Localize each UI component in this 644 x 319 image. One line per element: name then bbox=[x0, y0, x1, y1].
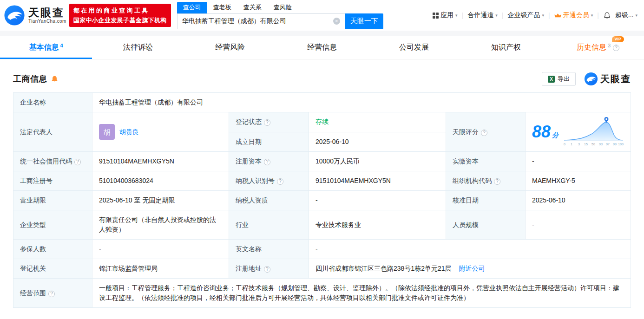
table-row: 登记机关 锦江市场监督管理局 注册地址? 四川省成都市锦江区三色路238号1栋2… bbox=[13, 259, 631, 279]
nav-partner[interactable]: 合作通道 ▾ bbox=[467, 11, 498, 20]
notification-bell[interactable] bbox=[603, 12, 611, 20]
tab-business-info-label: 经营信息 bbox=[307, 43, 337, 52]
brand-watermark: 天眼查 bbox=[584, 72, 631, 86]
nav-separator: | bbox=[597, 12, 599, 19]
section-head: 工商信息 X 导出 天眼查 bbox=[13, 72, 631, 86]
promo-badge-line2: 国家中小企业发展子基金旗下机构 bbox=[73, 15, 167, 25]
tab-operational-risk[interactable]: 经营风险 bbox=[184, 36, 276, 59]
label-org-code: 组织机构代码? bbox=[446, 171, 526, 191]
export-button-label: 导出 bbox=[558, 75, 570, 83]
help-icon[interactable]: ? bbox=[494, 178, 500, 185]
label-taxpayer-id: 纳税人识别号? bbox=[229, 171, 309, 191]
value-company-type: 有限责任公司（非自然人投资或控股的法人独资） bbox=[92, 210, 229, 240]
help-icon[interactable]: ? bbox=[613, 45, 619, 51]
help-icon[interactable]: ? bbox=[264, 159, 270, 165]
table-row: 经营范围? 一般项目：工程管理服务；工程造价咨询业务；工程技术服务（规划管理、勘… bbox=[13, 279, 631, 308]
value-uscc: 91510104MAEMHXGY5N bbox=[92, 152, 229, 171]
nearby-companies-link[interactable]: 附近公司 bbox=[459, 265, 485, 272]
bell-icon bbox=[603, 12, 611, 20]
search-tabs: 查公司 查老板 查关系 查风险 bbox=[177, 2, 383, 13]
status-badge: 存续 bbox=[315, 118, 329, 125]
help-icon[interactable]: ? bbox=[264, 119, 270, 126]
logo-text: 天眼查 TianYanCha.com bbox=[28, 7, 66, 24]
search-row: × 天眼一下 bbox=[177, 13, 383, 29]
value-reg-no: 510104003683024 bbox=[92, 171, 229, 191]
tab-basic-info-count: 4 bbox=[60, 43, 63, 48]
nav-enterprise[interactable]: 企业级产品 ▾ bbox=[507, 11, 544, 20]
label-score: 天眼评分? bbox=[446, 112, 526, 152]
label-company-name: 企业名称 bbox=[13, 93, 92, 112]
help-icon[interactable]: ? bbox=[481, 130, 487, 136]
label-reg-authority: 登记机关 bbox=[13, 259, 92, 279]
section-head-right: X 导出 天眼查 bbox=[542, 72, 631, 86]
tianyancha-logo[interactable]: 天眼查 TianYanCha.com bbox=[4, 5, 66, 26]
logo-en: TianYanCha.com bbox=[28, 19, 66, 24]
nav-super-account[interactable]: 超级... ▾ bbox=[615, 11, 637, 20]
svg-text:99: 99 bbox=[613, 143, 617, 146]
search-tab-boss[interactable]: 查老板 bbox=[207, 2, 237, 13]
tab-intellectual-property[interactable]: 知识产权 bbox=[460, 36, 552, 59]
chevron-down-icon: ▾ bbox=[495, 13, 498, 18]
search-tab-company[interactable]: 查公司 bbox=[177, 2, 207, 13]
svg-text:1: 1 bbox=[571, 143, 572, 146]
label-uscc: 统一社会信用代码? bbox=[13, 152, 92, 171]
value-industry: 专业技术服务业 bbox=[309, 210, 446, 240]
business-info-table: 企业名称 华电抽蓄工程管理（成都）有限公司 法定代表人 胡 胡贵良 登记状态? … bbox=[13, 92, 631, 308]
tab-basic-info-label: 基本信息 bbox=[29, 43, 59, 52]
label-company-type: 企业类型 bbox=[13, 210, 92, 240]
nav-apps[interactable]: 应用 ▾ bbox=[433, 11, 458, 20]
subscribe-bell-icon[interactable] bbox=[51, 75, 59, 83]
brand-watermark-label: 天眼查 bbox=[600, 73, 631, 85]
tianyancha-logo-icon bbox=[4, 5, 25, 26]
label-business-term: 营业期限 bbox=[13, 191, 92, 210]
score-curve-chart: 0 1 3 15 50 93 97 99 100 bbox=[563, 117, 624, 147]
search-tab-relation[interactable]: 查关系 bbox=[237, 2, 268, 13]
help-icon[interactable]: ? bbox=[264, 266, 270, 273]
value-taxpayer-id: 91510104MAEMHXGY5N bbox=[309, 171, 446, 191]
label-business-scope: 经营范围? bbox=[13, 279, 92, 308]
tab-basic-info[interactable]: 基本信息 4 bbox=[0, 36, 92, 59]
export-button[interactable]: X 导出 bbox=[542, 72, 576, 86]
label-staff-size: 人员规模 bbox=[446, 210, 526, 240]
table-row: 统一社会信用代码? 91510104MAEMHXGY5N 注册资本? 10000… bbox=[13, 152, 631, 171]
nav-separator: | bbox=[462, 12, 464, 19]
nav-open-vip[interactable]: 开通会员 ▾ bbox=[554, 11, 593, 20]
help-icon[interactable]: ? bbox=[74, 159, 81, 165]
value-business-scope: 一般项目：工程管理服务；工程造价咨询业务；工程技术服务（规划管理、勘察、设计、监… bbox=[92, 279, 631, 308]
value-staff-size: - bbox=[526, 210, 631, 240]
logo-cn: 天眼查 bbox=[28, 7, 66, 19]
label-industry: 行业 bbox=[229, 210, 309, 240]
nav-open-vip-label: 开通会员 bbox=[563, 11, 589, 20]
tab-history-info-count: 3 bbox=[608, 43, 611, 48]
table-row: 企业名称 华电抽蓄工程管理（成都）有限公司 bbox=[13, 93, 631, 112]
tab-company-development-label: 公司发展 bbox=[399, 43, 429, 52]
tab-legal-litigation[interactable]: 法律诉讼 bbox=[92, 36, 184, 59]
label-establish-date: 成立日期 bbox=[229, 132, 309, 152]
help-icon[interactable]: ? bbox=[277, 178, 283, 185]
legal-rep-link[interactable]: 胡贵良 bbox=[119, 127, 139, 137]
value-establish-date: 2025-06-10 bbox=[309, 132, 446, 152]
value-insured-count: - bbox=[92, 240, 229, 259]
avatar[interactable]: 胡 bbox=[99, 124, 115, 140]
score-number: 88分 bbox=[532, 124, 559, 140]
label-reg-address: 注册地址? bbox=[229, 259, 309, 279]
search-tab-risk[interactable]: 查风险 bbox=[268, 2, 298, 13]
search-button[interactable]: 天眼一下 bbox=[345, 13, 383, 29]
table-row: 法定代表人 胡 胡贵良 登记状态? 存续 天眼评分? 88分 bbox=[13, 112, 631, 132]
svg-text:93: 93 bbox=[599, 143, 603, 146]
nav-partner-label: 合作通道 bbox=[467, 11, 493, 20]
help-icon[interactable]: ? bbox=[48, 291, 55, 297]
tab-business-info[interactable]: 经营信息 bbox=[276, 36, 368, 59]
clear-icon[interactable]: × bbox=[333, 18, 340, 25]
value-org-code: MAEMHXGY-5 bbox=[526, 171, 631, 191]
table-row: 营业期限 2025-06-10 至 无固定期限 纳税人资质 - 核准日期 202… bbox=[13, 191, 631, 210]
tab-history-info[interactable]: 历史信息 3 ? VIP bbox=[552, 36, 644, 59]
search-box: × bbox=[177, 13, 345, 29]
nav-apps-label: 应用 bbox=[440, 11, 453, 20]
tab-company-development[interactable]: 公司发展 bbox=[368, 36, 460, 59]
search-input[interactable] bbox=[182, 18, 329, 25]
nav-enterprise-label: 企业级产品 bbox=[507, 11, 540, 20]
svg-text:50: 50 bbox=[591, 143, 595, 146]
table-row: 企业类型 有限责任公司（非自然人投资或控股的法人独资） 行业 专业技术服务业 人… bbox=[13, 210, 631, 240]
top-header: 天眼查 TianYanCha.com 都在用的商业查询工具 国家中小企业发展子基… bbox=[0, 0, 644, 31]
